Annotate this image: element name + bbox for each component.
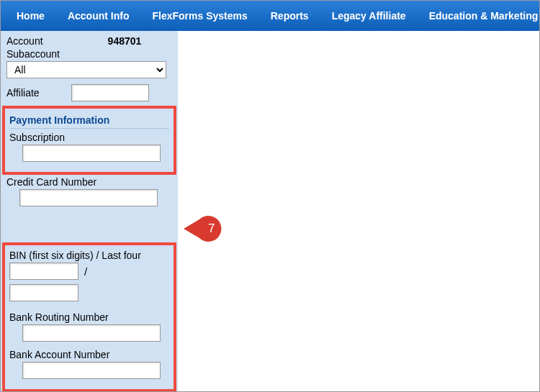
cc-label: Credit Card Number <box>6 176 172 188</box>
subaccount-select[interactable]: All <box>6 61 166 78</box>
bank-account-label: Bank Account Number <box>9 349 169 360</box>
top-nav: Home Account Info FlexForms Systems Repo… <box>1 1 539 31</box>
sidebar: Account 948701 Subaccount All Affiliate … <box>1 31 178 392</box>
affiliate-label: Affiliate <box>6 87 40 99</box>
nav-home[interactable]: Home <box>5 1 56 30</box>
main-content <box>178 31 539 392</box>
payment-info-header: Payment Information <box>9 111 169 129</box>
nav-account-info[interactable]: Account Info <box>56 1 141 30</box>
nav-education-marketing[interactable]: Education & Marketing <box>418 1 539 30</box>
subscription-label: Subscription <box>9 132 169 143</box>
nav-flexforms[interactable]: FlexForms Systems <box>140 1 258 30</box>
slash-separator: / <box>84 265 87 278</box>
affiliate-input[interactable] <box>71 84 149 101</box>
last4-input[interactable] <box>9 284 78 301</box>
subscription-input[interactable] <box>22 145 161 162</box>
subaccount-label: Subaccount <box>6 48 172 60</box>
bank-account-input[interactable] <box>22 362 161 379</box>
account-value: 948701 <box>108 35 142 47</box>
bin-label: BIN (first six digits) / Last four <box>9 250 169 261</box>
routing-input[interactable] <box>22 324 161 342</box>
account-label: Account <box>6 35 43 47</box>
cc-input[interactable] <box>19 189 158 206</box>
highlight-payment-bottom: BIN (first six digits) / Last four / Ban… <box>2 242 176 392</box>
nav-legacy-affiliate[interactable]: Legacy Affiliate <box>320 1 418 30</box>
bin-input[interactable] <box>9 263 78 280</box>
highlight-payment-top: Payment Information Subscription <box>2 106 176 175</box>
routing-label: Bank Routing Number <box>9 311 169 323</box>
nav-reports[interactable]: Reports <box>259 1 320 30</box>
